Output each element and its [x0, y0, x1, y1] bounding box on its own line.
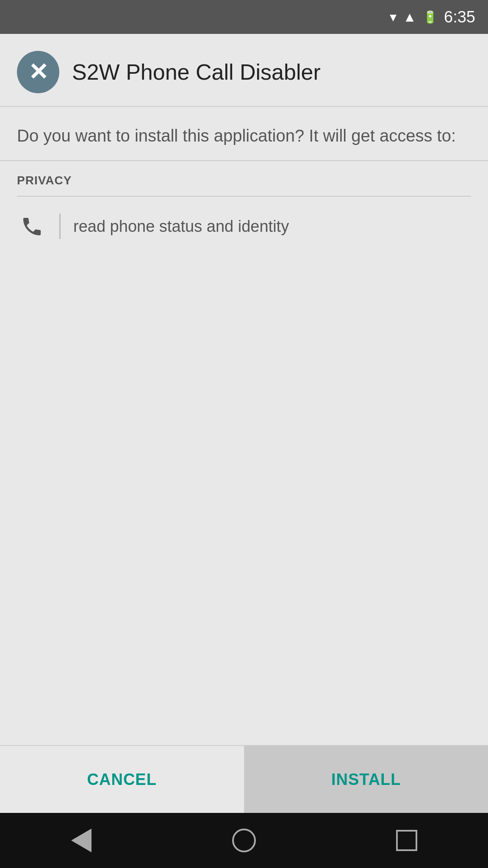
recents-icon [396, 830, 417, 851]
bottom-buttons: CANCEL INSTALL [0, 745, 488, 813]
nav-bar [0, 813, 488, 868]
battery-icon: 🔋 [423, 10, 438, 24]
app-title: S2W Phone Call Disabler [72, 59, 321, 85]
status-bar: ▾ ▲ 🔋 6:35 [0, 0, 488, 34]
signal-icon: ▲ [403, 9, 416, 25]
privacy-section-header: PRIVACY [0, 161, 488, 196]
main-content: ✕ S2W Phone Call Disabler Do you want to… [0, 34, 488, 813]
permission-text: read phone status and identity [73, 217, 289, 236]
install-button[interactable]: INSTALL [244, 746, 488, 813]
back-icon [71, 829, 92, 852]
description-text: Do you want to install this application?… [0, 107, 488, 160]
phone-svg-icon [20, 215, 44, 238]
status-bar-right: ▾ ▲ 🔋 6:35 [390, 8, 475, 26]
cancel-button[interactable]: CANCEL [0, 746, 244, 813]
permission-vertical-divider [59, 214, 61, 239]
home-icon [232, 829, 256, 852]
phone-icon [17, 211, 47, 241]
app-header: ✕ S2W Phone Call Disabler [0, 34, 488, 106]
permissions-section: PRIVACY read phone status and identity [0, 161, 488, 745]
permission-item: read phone status and identity [0, 197, 488, 256]
app-icon: ✕ [17, 51, 59, 93]
wifi-icon: ▾ [390, 9, 396, 25]
privacy-label: PRIVACY [17, 174, 72, 187]
app-icon-symbol: ✕ [28, 60, 48, 84]
back-button[interactable] [64, 823, 98, 857]
time-display: 6:35 [444, 8, 475, 26]
recents-button[interactable] [390, 823, 424, 857]
home-button[interactable] [227, 823, 261, 857]
